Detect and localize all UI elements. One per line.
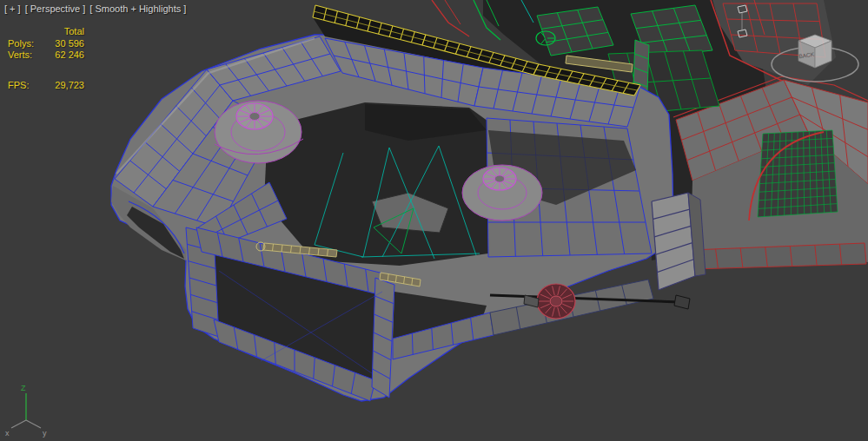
axis-x-label: x [5, 429, 10, 438]
viewport-label-bar: [ + ] [ Perspective ] [ Smooth + Highlig… [4, 3, 186, 14]
car-body-model[interactable] [111, 0, 868, 401]
stats-fps-label: FPS: [8, 80, 41, 92]
viewport-menu-general[interactable]: [ + ] [4, 3, 21, 14]
stats-row-polys: Polys: 30 596 [8, 38, 84, 50]
viewport-menu-shading[interactable]: [ Smooth + Highlights ] [89, 3, 186, 14]
stats-row-total: Total [8, 26, 84, 38]
stats-verts-value: 62 246 [41, 49, 84, 62]
stats-fps-value: 29,723 [41, 80, 84, 92]
axis-x-line [11, 420, 26, 428]
viewport[interactable]: BACK Z x y [ + ] [ Perspective ] [ Smoot… [0, 0, 868, 441]
stats-polys-label: Polys: [8, 38, 41, 50]
stats-row-verts: Verts: 62 246 [8, 49, 84, 62]
statistics-overlay: Total Polys: 30 596 Verts: 62 246 FPS: 2… [8, 26, 84, 91]
stats-total-label: Total [41, 26, 84, 38]
stats-polys-value: 30 596 [41, 38, 84, 50]
axis-z-label: Z [21, 384, 26, 392]
axis-y-label: y [43, 429, 47, 438]
stats-row-fps: FPS: 29,723 [8, 80, 84, 92]
axis-y-line [26, 420, 41, 428]
world-axis-tripod: Z x y [5, 384, 47, 438]
viewport-menu-pov[interactable]: [ Perspective ] [25, 3, 86, 14]
stats-total-spacer [8, 26, 41, 38]
viewport-canvas[interactable]: BACK Z x y [0, 0, 868, 441]
stats-verts-label: Verts: [8, 49, 41, 62]
